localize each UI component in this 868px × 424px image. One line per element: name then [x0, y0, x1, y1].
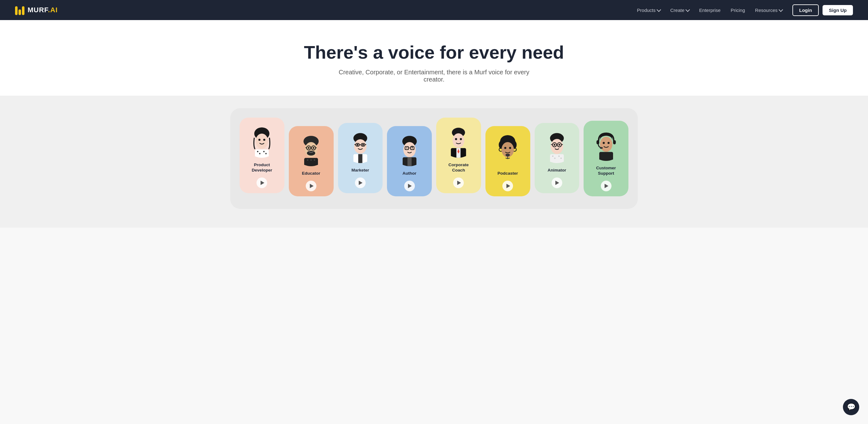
nav-products[interactable]: Products	[637, 7, 660, 13]
chevron-down-icon	[656, 7, 661, 11]
persona-name-corporate-coach: CorporateCoach	[448, 162, 469, 173]
hero-title: There's a voice for every need	[6, 42, 862, 63]
svg-rect-47	[407, 157, 411, 166]
nav-pricing[interactable]: Pricing	[731, 7, 745, 13]
svg-point-51	[455, 138, 457, 140]
nav-pricing-label: Pricing	[731, 7, 745, 13]
svg-point-3	[258, 139, 260, 141]
personas-track: ProductDeveloper	[230, 108, 638, 209]
svg-point-27	[354, 139, 367, 154]
svg-point-63	[504, 147, 506, 149]
play-button-marketer[interactable]	[355, 178, 366, 188]
logo-suffix: .AI	[48, 6, 58, 14]
svg-point-22	[307, 159, 308, 160]
avatar-marketer	[343, 128, 377, 163]
svg-point-2	[256, 133, 269, 149]
persona-name-educator: Educator	[302, 171, 320, 176]
svg-point-23	[310, 159, 312, 160]
play-button-podcaster[interactable]	[502, 181, 513, 191]
play-button-corporate-coach[interactable]	[453, 178, 464, 188]
svg-point-79	[554, 158, 555, 159]
svg-rect-5	[255, 149, 269, 157]
svg-point-85	[600, 137, 613, 152]
play-icon	[310, 184, 314, 188]
play-icon	[604, 184, 608, 188]
svg-point-87	[608, 142, 610, 144]
play-button-author[interactable]	[404, 181, 415, 191]
signup-button[interactable]: Sign Up	[823, 5, 853, 16]
play-icon	[260, 181, 265, 185]
svg-line-73	[551, 145, 552, 145]
svg-point-19	[313, 147, 314, 149]
svg-point-42	[406, 147, 407, 148]
logo-icon	[15, 5, 25, 15]
svg-point-50	[453, 133, 464, 148]
svg-line-74	[561, 145, 563, 145]
logo-bar-3	[22, 6, 25, 15]
persona-name-author: Author	[403, 171, 416, 176]
persona-card-corporate-coach[interactable]: CorporateCoach	[436, 118, 481, 193]
persona-name-marketer: Marketer	[351, 168, 369, 173]
hero-section: There's a voice for every need Creative,…	[0, 20, 868, 96]
svg-point-81	[560, 158, 562, 159]
logo[interactable]: MURF.AI	[15, 5, 58, 15]
play-button-customer-support[interactable]	[601, 181, 612, 191]
svg-rect-89	[599, 152, 613, 161]
svg-point-7	[259, 153, 260, 154]
nav-resources-label: Resources	[755, 7, 778, 13]
play-icon	[457, 181, 461, 185]
persona-card-animator[interactable]: Animator	[535, 123, 580, 193]
nav-enterprise[interactable]: Enterprise	[699, 7, 721, 13]
svg-point-9	[265, 153, 267, 154]
avatar-author	[392, 132, 427, 166]
svg-point-24	[314, 159, 315, 160]
chevron-down-icon	[685, 7, 689, 11]
svg-point-6	[257, 151, 258, 152]
svg-rect-88	[600, 147, 603, 149]
svg-line-31	[354, 145, 355, 145]
persona-name-animator: Animator	[548, 168, 566, 173]
avatar-corporate-coach	[441, 123, 476, 158]
persona-card-marketer[interactable]: Marketer	[338, 123, 383, 193]
svg-point-86	[603, 142, 605, 144]
svg-point-75	[554, 144, 555, 146]
svg-point-8	[264, 151, 265, 152]
svg-point-33	[356, 144, 359, 146]
login-button[interactable]: Login	[793, 4, 819, 16]
nav-enterprise-label: Enterprise	[699, 7, 721, 13]
svg-point-80	[558, 156, 559, 157]
play-button-animator[interactable]	[552, 178, 562, 188]
play-button-educator[interactable]	[306, 181, 316, 191]
svg-rect-36	[358, 154, 362, 163]
persona-card-podcaster[interactable]: Podcaster	[486, 126, 530, 196]
svg-point-34	[362, 144, 364, 146]
svg-point-18	[308, 147, 310, 149]
svg-line-17	[315, 148, 316, 148]
play-icon	[506, 184, 510, 188]
svg-point-64	[509, 147, 512, 149]
logo-bar-2	[19, 9, 21, 15]
svg-rect-21	[304, 158, 318, 166]
svg-point-69	[551, 139, 563, 154]
avatar-podcaster	[491, 132, 525, 166]
play-button-product-developer[interactable]	[256, 178, 267, 188]
play-icon	[408, 184, 412, 188]
svg-point-52	[460, 138, 462, 140]
play-icon	[359, 181, 363, 185]
persona-card-product-developer[interactable]: ProductDeveloper	[240, 118, 284, 193]
nav-create[interactable]: Create	[671, 7, 689, 13]
svg-point-20	[307, 151, 315, 156]
avatar-educator	[294, 132, 328, 166]
navbar: MURF.AI Products Create Enterprise Prici…	[0, 0, 868, 20]
avatar-customer-support	[589, 126, 623, 161]
svg-point-76	[558, 144, 560, 146]
persona-name-customer-support: CustomerSupport	[596, 165, 616, 176]
persona-card-author[interactable]: Author	[387, 126, 432, 196]
nav-resources[interactable]: Resources	[755, 7, 782, 13]
persona-card-customer-support[interactable]: CustomerSupport	[584, 121, 628, 196]
play-icon	[555, 181, 559, 185]
avatar-animator	[540, 128, 574, 163]
svg-line-15	[306, 148, 307, 148]
nav-products-label: Products	[637, 7, 655, 13]
persona-card-educator[interactable]: Educator	[289, 126, 334, 196]
